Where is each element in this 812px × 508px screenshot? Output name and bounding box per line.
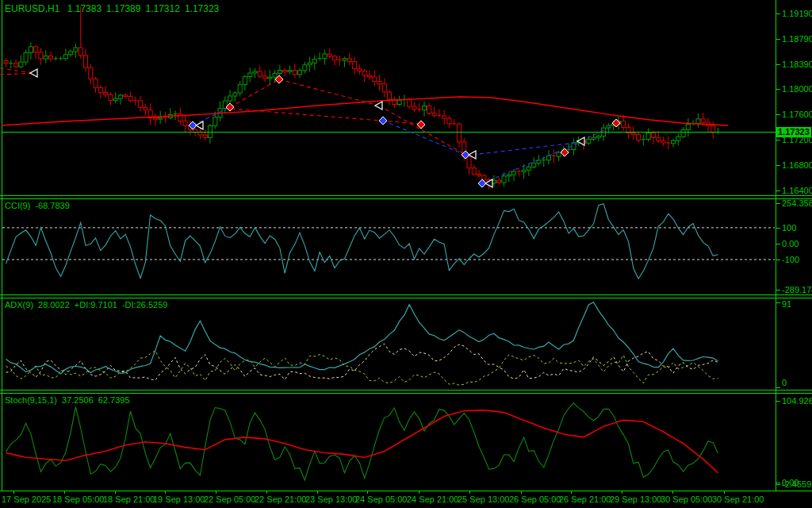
candle-body bbox=[183, 121, 187, 126]
candle-body bbox=[83, 56, 87, 68]
candle-body bbox=[367, 75, 371, 77]
stoch-indicator-label: Stoch(9,15,1)37.250662.7395 bbox=[5, 395, 135, 405]
candle-body bbox=[596, 136, 600, 137]
candle-body bbox=[159, 117, 163, 119]
candle-body bbox=[532, 164, 536, 167]
candle-body bbox=[303, 65, 307, 71]
candle-body bbox=[98, 87, 102, 92]
candle-body bbox=[527, 167, 530, 170]
mt4-chart-window: EURUSD,H1 1.173831.173891.173121.17323 C… bbox=[0, 0, 812, 508]
stoch-axis-label: 0.00 bbox=[782, 478, 799, 487]
candle-body bbox=[268, 77, 272, 79]
cci-value: -68.7839 bbox=[35, 201, 69, 210]
adx-name: ADX(9) bbox=[5, 300, 33, 310]
time-axis-label: 29 Sep 13:00 bbox=[610, 495, 661, 504]
stoch-value: 37.2506 bbox=[62, 395, 94, 405]
adx-indicator-label: ADX(9)28.0022+DI:9.7101-DI:26.5259 bbox=[5, 300, 172, 310]
left-arrow-marker bbox=[196, 121, 203, 129]
time-axis[interactable]: 17 Sep 202518 Sep 05:0018 Sep 21:0019 Se… bbox=[0, 491, 812, 508]
left-arrow-marker bbox=[30, 69, 37, 77]
candle-body bbox=[213, 117, 217, 126]
candle-body bbox=[447, 118, 451, 124]
candle-body bbox=[118, 95, 122, 98]
cci-indicator-label: CCI(9)-68.7839 bbox=[5, 201, 75, 210]
candle-body bbox=[686, 124, 690, 129]
candle-body bbox=[572, 143, 576, 150]
candle-body bbox=[113, 98, 117, 100]
current-price-tag: 1.17323 bbox=[776, 127, 811, 137]
candle-body bbox=[308, 63, 312, 64]
candle-body bbox=[139, 101, 143, 107]
candle-body bbox=[388, 92, 392, 99]
cci-axis-label: 254.3589 bbox=[782, 198, 812, 208]
candle-body bbox=[238, 85, 242, 93]
time-axis-label: 23 Sep 13:00 bbox=[305, 495, 357, 504]
candle-body bbox=[273, 73, 277, 77]
ohlc-close: 1.17323 bbox=[185, 3, 219, 14]
price-axis[interactable]: 1.191901.187901.183901.180001.176001.172… bbox=[776, 0, 812, 491]
candle-body bbox=[457, 124, 461, 142]
chart-canvas[interactable] bbox=[0, 0, 812, 508]
candle-body bbox=[49, 56, 53, 60]
candle-body bbox=[622, 121, 626, 128]
candle-body bbox=[343, 59, 347, 60]
price-axis-label: 1.16400 bbox=[782, 186, 812, 195]
stoch-name: Stoch(9,15,1) bbox=[5, 395, 57, 405]
adx-plus-di-value: +DI:9.7101 bbox=[75, 300, 117, 310]
time-axis-label: 26 Sep 05:00 bbox=[509, 495, 561, 504]
candle-body bbox=[362, 71, 366, 76]
candle-body bbox=[248, 73, 252, 77]
candle-body bbox=[522, 170, 526, 171]
candle-body bbox=[253, 71, 257, 73]
price-axis-label: 1.18790 bbox=[782, 34, 812, 44]
stoch-signal-value: 62.7395 bbox=[98, 395, 130, 405]
candle-body bbox=[676, 137, 680, 140]
candle-body bbox=[651, 133, 655, 137]
cci-line bbox=[6, 204, 718, 279]
stoch-axis-label: 104.9265 bbox=[782, 396, 812, 406]
candle-body bbox=[701, 119, 705, 122]
candle-body bbox=[358, 69, 362, 71]
red-dashed-trendline bbox=[0, 73, 34, 75]
time-axis-label: 30 Sep 21:00 bbox=[712, 495, 764, 504]
candle-body bbox=[128, 96, 132, 101]
candle-body bbox=[347, 59, 351, 62]
adx-minus-di-line bbox=[6, 344, 718, 380]
time-axis-label: 18 Sep 21:00 bbox=[103, 495, 155, 504]
candle-body bbox=[44, 56, 48, 59]
candle-body bbox=[34, 47, 38, 52]
candle-body bbox=[79, 48, 82, 56]
candle-body bbox=[427, 106, 431, 113]
candle-body bbox=[332, 56, 336, 60]
candle-body bbox=[14, 64, 18, 67]
candle-body bbox=[4, 60, 8, 63]
cci-axis-label: -100 bbox=[782, 255, 799, 264]
time-axis-label: 30 Sep 05:00 bbox=[661, 495, 712, 504]
candle-body bbox=[198, 133, 202, 135]
candle-body bbox=[408, 99, 412, 106]
candle-body bbox=[512, 171, 516, 175]
candle-body bbox=[353, 62, 357, 69]
candle-body bbox=[696, 119, 700, 124]
red-dashed-trendline bbox=[379, 106, 465, 155]
candle-body bbox=[637, 135, 641, 140]
candle-body bbox=[327, 54, 331, 56]
candle-body bbox=[283, 70, 287, 71]
candle-body bbox=[243, 77, 247, 85]
candle-body bbox=[657, 137, 661, 140]
price-axis-label: 1.19190 bbox=[782, 9, 812, 18]
candle-body bbox=[208, 126, 212, 138]
cci-name: CCI(9) bbox=[5, 201, 30, 210]
candle-body bbox=[288, 71, 292, 72]
ohlc-open: 1.17383 bbox=[67, 3, 102, 14]
candle-body bbox=[472, 168, 476, 175]
cci-axis-label: 0.00 bbox=[782, 239, 799, 248]
red-diamond-marker bbox=[417, 121, 425, 129]
price-axis-label: 1.16800 bbox=[782, 160, 812, 170]
candle-body bbox=[482, 175, 486, 180]
candle-body bbox=[293, 71, 297, 75]
time-axis-label: 17 Sep 2025 bbox=[2, 495, 51, 504]
time-axis-label: 24 Sep 05:00 bbox=[355, 495, 407, 504]
candle-body bbox=[477, 174, 481, 175]
candle-body bbox=[547, 156, 551, 160]
